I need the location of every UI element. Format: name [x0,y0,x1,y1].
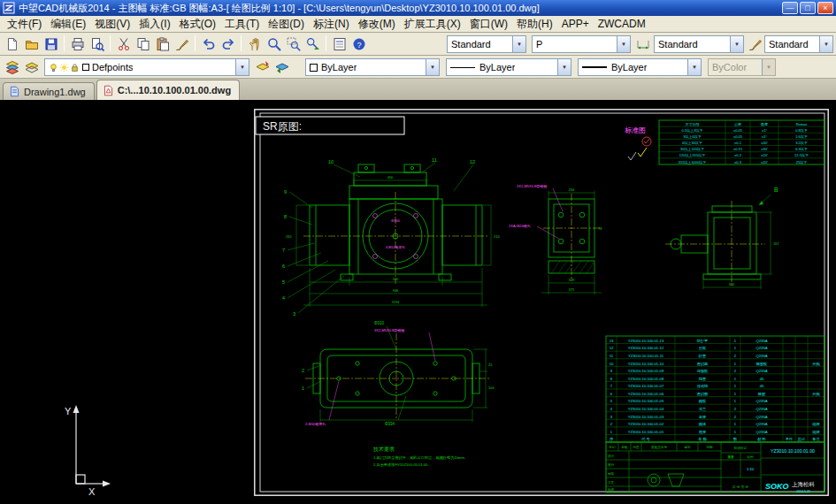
document-tab[interactable]: C:\...10.10.100.01.00.dwg [96,80,240,100]
document-tab[interactable]: Drawing1.dwg [3,82,95,100]
menu-item[interactable]: 插入(I) [134,16,174,33]
menu-item[interactable]: APP+ [557,17,594,31]
drawing-text: 8 [284,214,287,219]
window-title: 中望CAD机械版2014 - 主图幅 标准:GB 图幅:A3-[ 绘图比例 1:… [19,2,778,15]
drawing-text: 阶段标记 [734,446,748,450]
menu-item[interactable]: 绘图(D) [264,16,309,33]
menu-item[interactable]: 视图(V) [90,16,134,33]
pan-icon[interactable] [245,34,264,53]
chevron-down-icon[interactable]: ▼ [235,59,249,75]
undo-icon[interactable] [199,34,218,53]
plot-icon[interactable] [68,34,87,53]
table-cell: YZ3010.10.100.01-03 [628,415,664,419]
drawing-text: 技术要求 [372,447,395,453]
drawing-text: 1194 [392,300,400,304]
drawing-canvas[interactable]: Y X [0,100,836,504]
table-cell: 6.3以下 [795,147,808,151]
toolbar-separator [326,35,326,51]
help-icon[interactable] [349,34,368,53]
linetype-select[interactable]: ByLayer ▼ [446,58,571,76]
table-cell: ±0.1 [734,141,742,145]
cad-application-window: 中望CAD机械版2014 - 主图幅 标准:GB 图幅:A3-[ 绘图比例 1:… [0,0,836,504]
drawing-sheet[interactable]: 尺寸分段公差角度Ramax0.5以上3以下±0.05±1°0.8以下3以上6以下… [254,109,829,496]
standard-toolbar: Standard ▼ P ▼ Standard ▼ Standard ▼ [0,33,836,56]
drawing-text: 批准 [608,488,615,492]
menu-item[interactable]: 扩展工具(X) [400,16,465,33]
table-cell: 橡胶板 [756,362,768,366]
drawing-text: 工艺 [608,481,615,485]
chevron-down-icon[interactable]: ▼ [557,59,571,75]
maximize-button[interactable]: □ [800,2,816,14]
layer-on-icon[interactable] [49,63,58,73]
dim-style-manager-icon[interactable] [633,34,652,53]
menu-item[interactable]: 文件(F) [3,16,46,33]
properties-icon[interactable] [330,34,349,53]
make-layer-current-icon[interactable] [253,57,272,76]
chevron-down-icon[interactable]: ▼ [426,59,439,75]
drawing-text: 2014-5-23 [796,490,810,493]
menu-item[interactable]: 标注(N) [309,16,354,33]
drawing-text: 4-M12锥度孔 [386,245,405,249]
drawing-text: YZ3010.10.100.01.00 [771,448,815,454]
drawing-text: 1 [302,386,304,391]
chevron-down-icon[interactable]: ▼ [617,36,630,52]
table-style-combo[interactable]: Standard ▼ [654,35,744,53]
menu-item[interactable]: 编辑(E) [46,16,90,33]
drawing-text: 4 [282,295,285,301]
layer-lock-icon[interactable] [70,63,80,73]
layer-color-swatch[interactable] [82,64,89,71]
drawing-text: 371 [569,287,575,292]
layer-states-icon[interactable] [22,57,41,76]
table-cell: 12 [610,346,614,350]
table-cell: Q235A [755,369,767,373]
drawing-text: 216 [494,234,500,239]
close-button[interactable]: × [817,2,833,14]
table-cell: 密封垫 [697,362,709,366]
drawing-text: 11 [432,157,437,163]
chevron-down-icon[interactable]: ▼ [730,36,743,52]
copy-icon[interactable] [134,34,152,53]
dim-style-combo[interactable]: P ▼ [532,35,631,53]
color-select[interactable]: ByLayer ▼ [305,58,440,76]
table-cell: ±0.3 [734,160,742,164]
menu-item[interactable]: 修改(M) [354,16,400,33]
layer-freeze-icon[interactable] [59,63,69,73]
layer-properties-icon[interactable] [3,57,21,76]
drawing-text: 3X2-M5X0.8圆锥销 [374,328,404,332]
zoom-previous-icon[interactable] [303,34,322,53]
chevron-down-icon[interactable]: ▼ [819,36,832,52]
save-icon[interactable] [42,34,60,53]
drawing-text: 日期 [706,446,713,449]
open-file-icon[interactable] [22,34,41,53]
table-cell: 6以上30以下 [682,141,702,145]
chevron-down-icon[interactable]: ▼ [687,59,701,75]
new-file-icon[interactable] [3,34,21,53]
cut-icon[interactable] [114,34,133,53]
print-preview-icon[interactable] [88,34,106,53]
format-painter-icon[interactable] [173,34,191,53]
current-color: ByLayer [321,62,357,73]
menu-item[interactable]: 工具(T) [220,16,264,33]
document-tab-bar: Drawing1.dwgC:\...10.10.100.01.00.dwg [0,79,836,100]
text-style-combo[interactable]: Standard ▼ [447,35,526,53]
minimize-button[interactable]: — [782,2,798,14]
zoom-realtime-icon[interactable] [265,34,283,53]
zoom-window-icon[interactable] [284,34,303,53]
table-cell: 轴套 [699,377,706,381]
mleader-style-combo[interactable]: Standard ▼ [764,35,833,53]
layer-select[interactable]: Defpoints ▼ [44,58,249,76]
menu-item[interactable]: ZWCADM [594,17,650,31]
menu-item[interactable]: 格式(O) [175,16,220,33]
lineweight-select[interactable]: ByLayer ▼ [578,58,702,76]
redo-icon[interactable] [219,34,237,53]
chevron-down-icon[interactable]: ▼ [512,36,525,52]
mleader-style-icon[interactable] [746,34,764,53]
lineweight-sample [582,66,607,68]
menu-item[interactable]: 窗口(W) [465,16,512,33]
drawing-text: B [774,187,778,193]
menu-item[interactable]: 帮助(H) [512,16,557,33]
drawing-text: 2X2-M5X0.8圆锥销 [517,184,547,188]
paste-icon[interactable] [153,34,172,53]
layer-previous-icon[interactable] [272,57,291,76]
drawing-text: 审核 [608,471,615,476]
